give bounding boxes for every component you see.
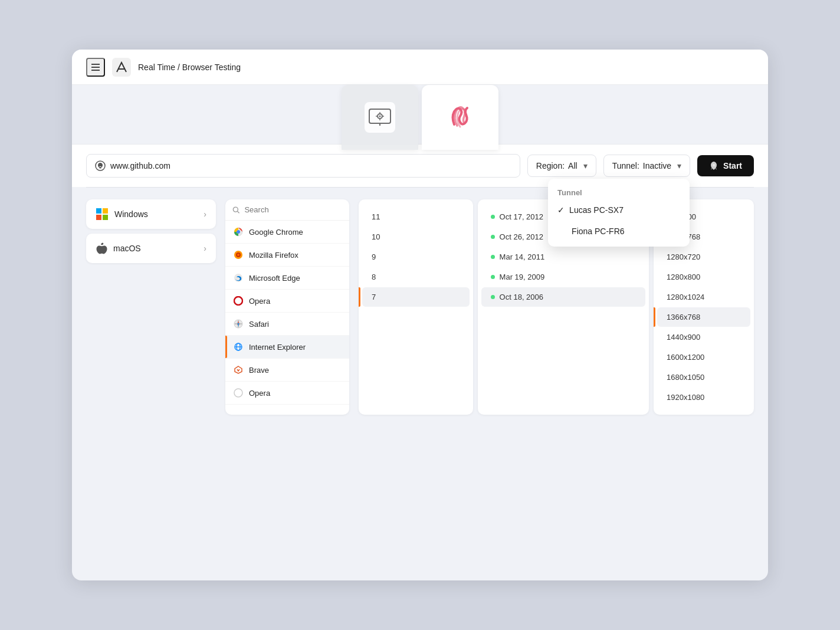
svg-point-9 xyxy=(379,116,381,117)
version-column: 11 10 9 8 7 xyxy=(359,199,473,415)
version-item-9[interactable]: 9 xyxy=(362,247,470,267)
status-dot xyxy=(491,295,495,299)
os-card-windows[interactable]: Windows › xyxy=(86,199,216,229)
region-chevron-icon: ▾ xyxy=(583,161,588,170)
date-item-2[interactable]: Mar 14, 2011 xyxy=(481,247,645,267)
status-dot xyxy=(491,255,495,259)
browser-list: Google Chrome Mozilla Firefox Microsoft … xyxy=(225,199,349,415)
svg-rect-15 xyxy=(100,166,101,167)
version-item-10[interactable]: 10 xyxy=(362,227,470,247)
menu-button[interactable] xyxy=(86,58,105,77)
brave-label: Brave xyxy=(249,366,269,375)
os-card-macos[interactable]: macOS › xyxy=(86,234,216,263)
macos-chevron-icon: › xyxy=(204,244,206,253)
edge-label: Microsoft Edge xyxy=(249,274,300,283)
tunnel-label: Tunnel: xyxy=(612,161,639,170)
chrome-label: Google Chrome xyxy=(249,228,303,237)
edge-icon xyxy=(234,273,243,283)
status-dot xyxy=(491,235,495,239)
search-icon xyxy=(232,206,239,214)
svg-point-16 xyxy=(713,164,715,166)
ie-accent-bar xyxy=(225,336,227,358)
res-item-7[interactable]: 1600x1200 xyxy=(657,347,750,367)
resolution-accent-bar xyxy=(654,307,655,327)
opera1-label: Opera xyxy=(249,297,270,306)
res-item-3[interactable]: 1280x800 xyxy=(657,267,750,287)
version-item-11[interactable]: 11 xyxy=(362,207,470,227)
windows-icon xyxy=(96,208,109,221)
svg-point-29 xyxy=(234,297,242,305)
brave-icon xyxy=(234,365,243,375)
settings-tab-icon xyxy=(365,102,395,133)
res-item-6[interactable]: 1440x900 xyxy=(657,327,750,347)
main-container: Real Time / Browser Testing xyxy=(72,50,768,580)
svg-rect-20 xyxy=(103,215,108,220)
browser-item-chrome[interactable]: Google Chrome xyxy=(225,221,349,244)
logo-icon xyxy=(112,58,131,77)
date-item-3[interactable]: Mar 19, 2009 xyxy=(481,267,645,287)
check-icon: ✓ xyxy=(557,205,565,215)
svg-point-27 xyxy=(237,254,239,256)
region-label: Region: xyxy=(536,161,565,170)
tunnel-popup-title: Tunnel xyxy=(548,183,690,199)
url-input-wrapper[interactable] xyxy=(86,154,520,178)
version-accent-bar xyxy=(359,287,360,307)
os-sidebar: Windows › macOS › xyxy=(86,199,216,415)
github-icon xyxy=(95,160,106,171)
region-value: All xyxy=(568,161,578,170)
ie-icon xyxy=(234,342,243,352)
version-item-8[interactable]: 8 xyxy=(362,267,470,287)
tunnel-popup: Tunnel ✓ Lucas PC-SX7 Fiona PC-FR6 xyxy=(548,179,690,247)
tunnel-value: Inactive xyxy=(643,161,671,170)
chrome-icon xyxy=(234,227,243,237)
tab-area xyxy=(72,85,768,144)
svg-point-39 xyxy=(234,389,242,397)
safari-icon xyxy=(234,319,243,329)
apple-icon xyxy=(96,242,107,255)
svg-rect-17 xyxy=(96,208,101,214)
opera2-icon xyxy=(234,388,243,398)
tunnel-item-fiona[interactable]: Fiona PC-FR6 xyxy=(548,221,690,242)
browser-item-brave[interactable]: Brave xyxy=(225,359,349,382)
date-item-4[interactable]: Oct 18, 2006 xyxy=(481,287,645,307)
browser-item-edge[interactable]: Microsoft Edge xyxy=(225,267,349,290)
region-dropdown[interactable]: Region: All ▾ xyxy=(527,155,596,177)
top-bar: Real Time / Browser Testing xyxy=(72,50,768,85)
svg-rect-19 xyxy=(96,215,101,220)
res-item-2[interactable]: 1280x720 xyxy=(657,247,750,267)
svg-rect-3 xyxy=(112,58,131,77)
status-dot xyxy=(491,275,495,279)
tab-settings[interactable] xyxy=(342,85,418,150)
version-item-7[interactable]: 7 xyxy=(362,287,470,307)
lambdatest-logo xyxy=(442,100,478,135)
browser-search-bar[interactable] xyxy=(225,199,349,221)
browser-item-firefox[interactable]: Mozilla Firefox xyxy=(225,244,349,267)
start-button[interactable]: Start xyxy=(697,155,754,176)
url-field[interactable] xyxy=(110,161,511,170)
page-title: Real Time / Browser Testing xyxy=(138,63,241,72)
windows-label: Windows xyxy=(114,209,148,219)
tab-lambdatest[interactable] xyxy=(422,85,498,150)
tunnel-item-label: Fiona PC-FR6 xyxy=(572,227,624,236)
status-dot xyxy=(491,215,495,219)
res-item-8[interactable]: 1680x1050 xyxy=(657,368,750,387)
browser-item-ie[interactable]: Internet Explorer xyxy=(225,336,349,359)
browser-item-safari[interactable]: Safari xyxy=(225,313,349,336)
res-item-4[interactable]: 1280x1024 xyxy=(657,287,750,307)
tunnel-dropdown[interactable]: Tunnel: Inactive ▾ Tunnel ✓ Lucas PC-SX7… xyxy=(603,155,690,177)
opera-icon xyxy=(234,296,243,306)
svg-marker-38 xyxy=(235,366,242,373)
browser-search-input[interactable] xyxy=(244,205,342,214)
browser-item-opera1[interactable]: Opera xyxy=(225,290,349,313)
tunnel-item-lucas[interactable]: ✓ Lucas PC-SX7 xyxy=(548,199,690,221)
tunnel-item-label: Lucas PC-SX7 xyxy=(569,205,624,215)
res-item-9[interactable]: 1920x1080 xyxy=(657,388,750,407)
res-item-5[interactable]: 1366x768 xyxy=(657,307,750,327)
safari-label: Safari xyxy=(249,320,269,329)
svg-point-21 xyxy=(233,207,238,212)
url-bar-area: Region: All ▾ Tunnel: Inactive ▾ Tunnel … xyxy=(72,144,768,187)
tunnel-chevron-icon: ▾ xyxy=(677,161,681,170)
browser-item-opera2[interactable]: Opera xyxy=(225,382,349,405)
firefox-icon xyxy=(234,250,243,260)
macos-label: macOS xyxy=(113,244,141,253)
